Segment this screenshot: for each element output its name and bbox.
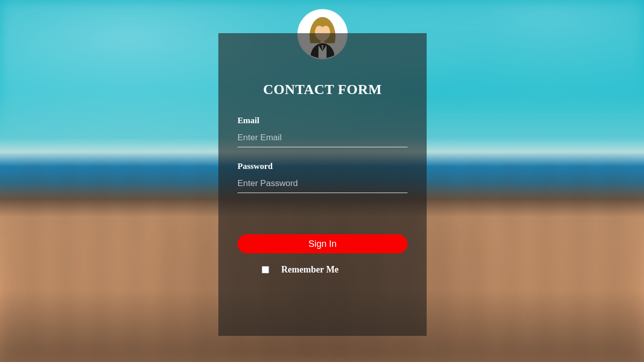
password-input[interactable] — [237, 175, 408, 193]
remember-me-label: Remember Me — [281, 264, 339, 275]
remember-me-group: Remember Me — [237, 264, 408, 275]
email-label: Email — [237, 116, 408, 126]
contact-form-card: CONTACT FORM Email Password Sign In Reme… — [218, 33, 427, 336]
email-input[interactable] — [237, 130, 408, 147]
sign-in-button[interactable]: Sign In — [237, 234, 408, 253]
form-title: CONTACT FORM — [237, 81, 408, 98]
email-field-group: Email — [237, 116, 408, 147]
password-field-group: Password — [237, 161, 408, 193]
password-label: Password — [237, 161, 408, 171]
remember-me-checkbox[interactable] — [262, 266, 269, 274]
